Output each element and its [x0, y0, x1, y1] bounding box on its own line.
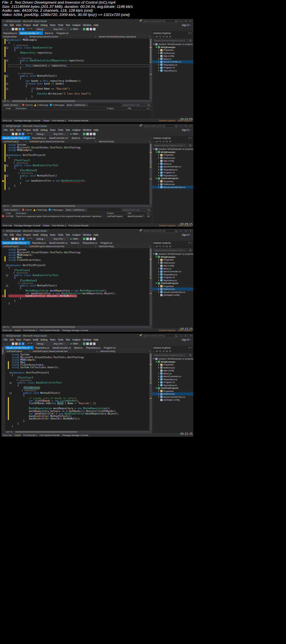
tree-item-irepository-cs[interactable]: IRepository.cs	[152, 378, 193, 381]
code-line[interactable]: public class BandController	[1, 47, 149, 49]
quick-launch-search[interactable]: Quick Launch (Ctrl+Q)	[142, 229, 178, 232]
notifications-flag-icon[interactable]: ⚑	[139, 125, 141, 127]
warnings-filter-button[interactable]: 0 Warnings	[33, 209, 47, 211]
code-line[interactable]: [TestClass]	[1, 269, 149, 272]
menu-window[interactable]: Window	[82, 129, 92, 131]
panel-tab-error-list[interactable]: Error List	[3, 224, 12, 227]
platform-dropdown[interactable]: Any CPU▾	[53, 342, 69, 345]
chevron-right-icon[interactable]	[158, 52, 160, 54]
breakpoint-margin[interactable]	[1, 180, 4, 182]
breakpoint-margin[interactable]	[1, 187, 4, 190]
tree-item-bandcontroller-cs[interactable]: BandController.cs	[152, 375, 193, 378]
configuration-dropdown[interactable]: Debug▾	[35, 342, 52, 345]
chevron-right-icon[interactable]	[158, 364, 160, 366]
notifications-flag-icon[interactable]: ⚑	[139, 334, 141, 337]
collapse-region-icon[interactable]	[6, 264, 8, 266]
chevron-down-icon[interactable]	[155, 177, 158, 180]
breakpoint-margin[interactable]	[1, 162, 4, 164]
build-icon[interactable]	[83, 133, 85, 135]
menu-test[interactable]: Test	[65, 233, 71, 236]
tab-repository-cs[interactable]: Repository.cs	[30, 136, 47, 140]
messages-filter-button[interactable]: 0 Messages	[49, 209, 63, 211]
panel-tab-find-symbol-results[interactable]: Find Symbol Results	[40, 329, 60, 332]
save-icon[interactable]	[18, 238, 21, 240]
collapse-region-icon[interactable]	[6, 88, 8, 90]
panel-tab-find-results-1[interactable]: Find Results 1	[52, 224, 66, 227]
refresh-icon[interactable]: ↻	[159, 245, 161, 248]
menu-help[interactable]: Help	[92, 129, 99, 131]
chevron-right-icon[interactable]	[158, 262, 160, 264]
tree-item-moqexample[interactable]: MOQExample	[152, 46, 193, 49]
tab-band-cs[interactable]: Band.cs	[69, 241, 81, 245]
breakpoint-margin[interactable]	[5, 425, 8, 428]
show-all-files-icon[interactable]: ⊞	[166, 35, 168, 38]
menu-debug[interactable]: Debug	[39, 129, 49, 131]
tree-item-repository-cs[interactable]: Repository.cs	[152, 69, 193, 72]
maximize-button[interactable]: □	[184, 20, 188, 22]
error-list-search[interactable]: Search Error List	[122, 103, 151, 107]
collapse-region-icon[interactable]	[6, 274, 8, 276]
code-line[interactable]: namespace UnitTestProject1	[1, 154, 149, 156]
properties-icon[interactable]: ⚙	[169, 245, 171, 248]
tree-item-app-config[interactable]: App.config	[152, 369, 193, 372]
nav-forward-icon[interactable]: →	[6, 28, 9, 30]
code-line[interactable]: using FluentAssertions;	[1, 259, 149, 261]
refresh-icon[interactable]: ↻	[159, 140, 161, 143]
breakpoint-icon[interactable]	[2, 295, 4, 297]
warnings-filter-button[interactable]: 0 Warnings	[34, 104, 48, 106]
minimize-button[interactable]: –	[179, 334, 183, 337]
error-source-dropdown[interactable]: Build + IntelliSense▾	[65, 208, 87, 211]
tree-item-moqexample[interactable]: MOQExample	[152, 360, 193, 363]
menu-project[interactable]: Project	[22, 338, 32, 341]
panel-tab-package-manager-console[interactable]: Package Manager Console	[62, 434, 88, 436]
undo-icon[interactable]: ↶	[27, 132, 30, 135]
tree-item-band-cs[interactable]: Band.cs	[152, 372, 193, 375]
error-source-dropdown[interactable]: Build + IntelliSense▾	[66, 103, 89, 107]
properties-icon[interactable]: ⚙	[169, 140, 171, 143]
code-line[interactable]: }	[1, 98, 149, 100]
code-line[interactable]: using MOQExample;	[5, 359, 149, 361]
code-line[interactable]: listOfBands.Add(new Band { Name = "Baysi…	[5, 402, 149, 405]
panel-tab-solution-explorer[interactable]: Solution Explorer	[159, 119, 175, 122]
tree-item-references[interactable]: References	[152, 261, 193, 264]
chevron-down-icon[interactable]: ▾	[189, 32, 190, 34]
switch-views-icon[interactable]: ⇄	[156, 140, 158, 143]
home-icon[interactable]: ⌂	[153, 245, 155, 248]
error-scope-dropdown[interactable]: Entire Solution▾	[3, 208, 21, 211]
chevron-down-icon[interactable]	[155, 151, 158, 153]
breakpoint-margin[interactable]	[1, 277, 4, 279]
breakpoint-margin[interactable]	[1, 154, 4, 156]
breakpoint-margin[interactable]	[1, 83, 4, 85]
collapse-region-icon[interactable]	[6, 285, 8, 287]
breakpoint-margin[interactable]	[1, 292, 4, 295]
breakpoint-margin[interactable]	[5, 400, 8, 402]
column-description[interactable]: Description	[15, 107, 106, 110]
scrollbar-thumb[interactable]	[150, 354, 151, 382]
collapse-region-icon[interactable]	[6, 154, 8, 156]
breakpoint-margin[interactable]	[1, 90, 4, 93]
breakpoint-margin[interactable]	[1, 264, 4, 267]
comment-icon[interactable]	[90, 238, 92, 240]
refresh-icon[interactable]: ↻	[159, 35, 161, 38]
type-dropdown[interactable]: UnitTestProject1.BandControllerTest▾	[28, 245, 97, 248]
code-line[interactable]: public void MethodToTest()	[1, 175, 149, 177]
scrollbar-thumb[interactable]	[12, 100, 75, 102]
column-line[interactable]: Line	[146, 212, 152, 214]
collapse-all-icon[interactable]: ⊟	[163, 350, 165, 353]
platform-dropdown[interactable]: Any CPU▾	[53, 132, 69, 136]
chevron-right-icon[interactable]	[158, 390, 160, 392]
switch-views-icon[interactable]: ⇄	[156, 245, 158, 248]
chevron-right-icon[interactable]	[158, 174, 160, 177]
close-icon[interactable]: ×	[191, 137, 192, 139]
tree-item-solution-moqexample-1-project[interactable]: Solution 'MOQExample' (1 project)	[152, 43, 193, 46]
collapse-region-icon[interactable]	[6, 39, 8, 41]
breakpoint-margin[interactable]	[1, 49, 4, 52]
breakpoint-margin[interactable]	[1, 249, 4, 251]
chevron-down-icon[interactable]	[155, 46, 158, 48]
tree-item-properties[interactable]: Properties	[152, 285, 193, 288]
code-line[interactable]	[1, 54, 149, 57]
chevron-right-icon[interactable]	[158, 372, 160, 375]
nav-forward-icon[interactable]: →	[6, 237, 9, 240]
tree-item-app-config[interactable]: App.config	[152, 54, 193, 57]
tab-bandcontroller-cs[interactable]: BandController.cs	[51, 346, 73, 349]
